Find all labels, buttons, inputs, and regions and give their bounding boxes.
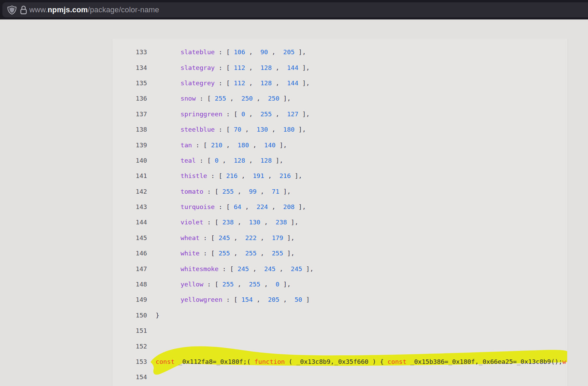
code-text: tomato : [ 255 , 99 , 71 ],	[156, 188, 291, 195]
code-token: ],	[276, 142, 287, 149]
code-token: 64	[234, 203, 241, 210]
code-token: : [	[207, 172, 226, 179]
code-token: teal	[181, 157, 196, 164]
line-number: 134	[112, 64, 147, 71]
code-token: _0x15b386=_0x180f,_0x66ea25=_0x13c8b9();	[406, 358, 562, 365]
code-text: teal : [ 0 , 128 , 128 ],	[156, 157, 283, 164]
code-line: 137springgreen : [ 0 , 255 , 127 ],	[112, 106, 568, 122]
code-token: 154	[241, 296, 253, 303]
line-number: 144	[112, 219, 147, 226]
line-number: 148	[112, 281, 147, 288]
code-line: 148yellow : [ 255 , 255 , 0 ],	[112, 277, 568, 292]
code-token: whitesmoke	[181, 265, 218, 272]
code-token: 128	[234, 157, 245, 164]
code-token: }	[156, 312, 159, 319]
code-token: 216	[226, 172, 238, 179]
code-token: _0x112fa8=_0x180f;(	[175, 358, 255, 365]
code-token: slategray	[181, 64, 215, 71]
code-line: 136snow : [ 255 , 250 , 250 ],	[112, 91, 568, 106]
code-token: : [	[215, 126, 234, 133]
code-text: slategrey : [ 112 , 128 , 144 ],	[156, 79, 310, 87]
code-line: 142tomato : [ 255 , 99 , 71 ],	[112, 184, 568, 199]
code-token: ,	[272, 110, 287, 118]
code-token: 180	[238, 142, 249, 149]
code-line: 135slategrey : [ 112 , 128 , 144 ],	[112, 75, 568, 91]
code-token: ,	[253, 296, 268, 303]
code-token: ,	[230, 234, 245, 241]
code-token: 128	[260, 79, 272, 87]
code-token: 255	[223, 188, 234, 195]
code-token: ],	[298, 110, 310, 118]
code-token: : [	[203, 188, 223, 195]
code-token: ,	[257, 234, 272, 241]
code-token: 180	[283, 126, 295, 133]
code-token: ,	[260, 281, 276, 288]
code-text: yellowgreen : [ 154 , 205 , 50 ]	[156, 296, 310, 303]
code-viewer-panel: 133slateblue : [ 106 , 90 , 205 ],134sla…	[112, 39, 568, 386]
code-token: ,	[260, 219, 276, 226]
code-token: 128	[260, 64, 272, 71]
code-token: 245	[218, 234, 230, 241]
code-token: steelblue	[181, 126, 215, 133]
code-token: 245	[264, 265, 275, 272]
line-number: 135	[112, 79, 147, 87]
code-token: ,	[268, 48, 283, 56]
code-text: steelblue : [ 70 , 130 , 180 ],	[156, 126, 306, 133]
code-token: 208	[283, 203, 295, 210]
code-token: 191	[253, 172, 264, 179]
code-line: 153const _0x112fa8=_0x180f;( function ( …	[112, 354, 568, 369]
code-token: ,	[272, 64, 287, 71]
code-token: 90	[260, 48, 268, 56]
code-token: ,	[245, 110, 260, 118]
code-token: 144	[287, 79, 298, 87]
code-line: 144violet : [ 238 , 130 , 238 ],	[112, 214, 568, 230]
url-path: /package/color-name	[88, 5, 159, 14]
code-token: 130	[249, 219, 260, 226]
code-token: ,	[253, 95, 268, 102]
code-line: 134slategray : [ 112 , 128 , 144 ],	[112, 60, 568, 75]
code-token: ],	[298, 79, 310, 87]
line-number: 139	[112, 142, 147, 149]
code-token: ,	[264, 172, 279, 179]
code-line: 147whitesmoke : [ 245 , 245 , 245 ],	[112, 261, 568, 276]
code-token: function	[255, 358, 285, 365]
code-token: : [	[218, 265, 238, 272]
code-token: ],	[295, 48, 306, 56]
line-number: 152	[112, 343, 147, 350]
code-token: ],	[283, 234, 295, 241]
code-token: 255	[215, 95, 226, 102]
code-token: ],	[287, 219, 298, 226]
code-text: thistle : [ 216 , 191 , 216 ],	[156, 172, 302, 179]
code-token: 238	[276, 219, 287, 226]
browser-toolbar: www.npmjs.com/package/color-name	[0, 0, 588, 19]
code-token: ,	[257, 188, 272, 195]
line-number: 146	[112, 250, 147, 257]
code-token: ( _0x13c8b9,_0x35f660 ) {	[285, 358, 388, 365]
code-line: 152	[112, 338, 568, 354]
code-token: turquoise	[181, 203, 215, 210]
code-token: 222	[245, 234, 256, 241]
line-number: 149	[112, 296, 147, 303]
code-token: ,	[234, 281, 249, 288]
tracking-protection-shield-icon[interactable]	[7, 5, 17, 15]
code-token: ,	[234, 188, 249, 195]
code-text: slategray : [ 112 , 128 , 144 ],	[156, 64, 310, 71]
code-token: 216	[279, 172, 291, 179]
code-token: ,	[230, 250, 245, 257]
https-lock-icon[interactable]	[19, 5, 28, 15]
url-domain: npmjs.com	[47, 5, 88, 14]
code-line: 141thistle : [ 216 , 191 , 216 ],	[112, 168, 568, 183]
line-number: 153	[112, 358, 147, 365]
code-line: 139tan : [ 210 , 180 , 140 ],	[112, 137, 568, 152]
line-number: 143	[112, 203, 147, 210]
url-text: www.npmjs.com/package/color-name	[29, 2, 159, 17]
code-token: slateblue	[181, 48, 215, 56]
code-line: 146white : [ 255 , 255 , 255 ],	[112, 246, 568, 261]
code-token: 255	[218, 250, 230, 257]
code-token: ,	[268, 126, 283, 133]
code-token: 127	[287, 110, 298, 118]
url-bar[interactable]: www.npmjs.com/package/color-name	[2, 2, 588, 17]
code-token: springgreen	[181, 110, 223, 118]
code-token: violet	[181, 219, 203, 226]
code-text: const _0x112fa8=_0x180f;( function ( _0x…	[156, 358, 566, 365]
